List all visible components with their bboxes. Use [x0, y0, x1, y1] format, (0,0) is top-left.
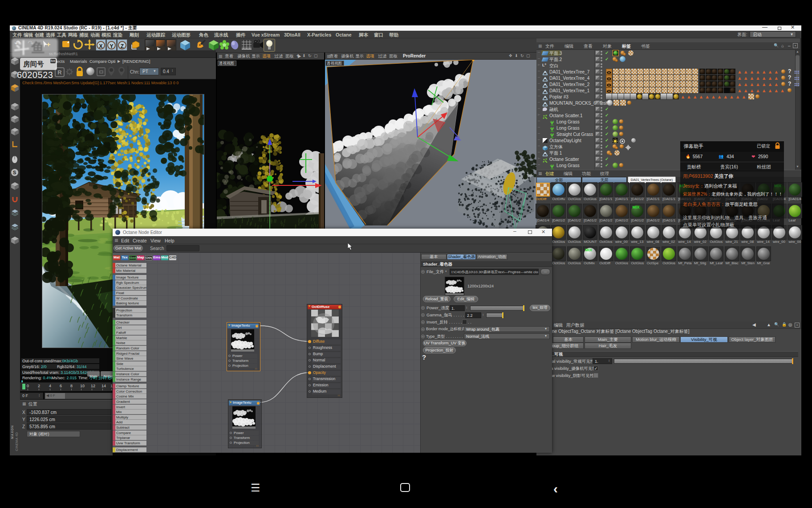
svg-text:S: S [13, 170, 16, 175]
